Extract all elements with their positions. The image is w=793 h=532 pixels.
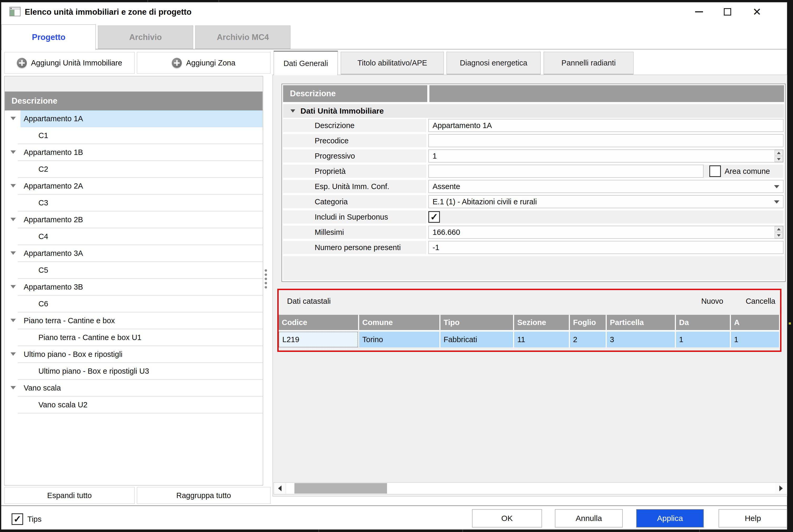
chevron-down-icon[interactable] [11,117,16,120]
main-tab-archivio-mc4[interactable]: Archivio MC4 [195,25,291,49]
chevron-down-icon[interactable] [11,218,16,221]
scroll-left-button[interactable] [274,482,286,494]
table-cell-da[interactable]: 1 [676,331,730,347]
property-label: Progressivo [283,149,426,163]
main-tab-archivio[interactable]: Archivio [98,25,193,49]
tree-item[interactable]: Piano terra - Cantine e box U1 [5,329,262,346]
tree-column-header[interactable]: Descrizione [5,92,262,111]
collapse-all-button[interactable]: Raggruppa tutto [137,487,271,504]
add-unit-button[interactable]: Aggiungi Unità Immobiliare [4,52,135,74]
tree-item[interactable]: C6 [5,296,262,312]
splitter-handle[interactable] [265,278,267,280]
tree-item[interactable]: Vano scala [5,380,262,397]
table-cell-foglio[interactable]: 2 [570,331,606,347]
chevron-down-icon[interactable] [774,201,779,204]
table-cell-tipo[interactable]: Fabbricati [440,331,513,347]
value-field-precodice[interactable] [428,134,783,147]
tree-item[interactable]: C4 [5,228,262,245]
catastali-section: Dati catastali Nuovo Cancella CodiceComu… [277,289,781,352]
tree-item[interactable]: C2 [5,161,262,178]
dropdown-categoria[interactable]: E.1 (1) - Abitazioni civili e rurali [428,195,783,208]
chevron-down-icon[interactable] [11,251,16,255]
expand-all-button[interactable]: Espandi tutto [4,487,135,504]
minimize-button[interactable] [689,4,709,19]
column-header-comune[interactable]: Comune [359,315,439,330]
table-cell-sezione[interactable]: 11 [514,331,569,347]
ok-button[interactable]: OK [472,509,542,528]
detail-tab-diagnosi-energetica[interactable]: Diagnosi energetica [446,52,541,74]
scroll-right-button[interactable] [775,482,787,494]
column-header-codice[interactable]: Codice [279,315,358,330]
detail-tab-pannelli-radianti[interactable]: Pannelli radianti [543,52,633,74]
spin-up-button[interactable] [775,226,783,232]
column-header-a[interactable]: A [731,315,779,330]
value-field-numero-persone-presenti[interactable]: -1 [428,241,783,254]
catastali-delete-button[interactable]: Cancella [745,297,775,306]
checkbox-area-comune[interactable] [709,166,721,177]
tree-item[interactable]: Appartamento 1B [5,144,262,161]
tree-item[interactable]: Appartamento 3A [5,245,262,262]
apply-button[interactable]: Applica [636,509,704,528]
add-unit-label: Aggiungi Unità Immobiliare [31,59,122,67]
tree-item[interactable]: Vano scala U2 [5,397,262,413]
scroll-thumb[interactable] [294,483,387,494]
dropdown-esp-unit-imm-conf[interactable]: Assente [428,180,783,193]
chevron-down-icon[interactable] [11,285,16,288]
spin-up-button[interactable] [775,150,783,156]
spin-down-button[interactable] [775,232,783,238]
value-field-millesimi[interactable]: 166.660 [428,226,783,239]
table-cell-a[interactable]: 1 [731,331,779,347]
column-header-tipo[interactable]: Tipo [440,315,513,330]
tree-item[interactable]: Appartamento 2A [5,178,262,195]
tree-item[interactable]: Ultimo piano - Box e ripostigli [5,346,262,363]
spin-down-button[interactable] [775,156,783,162]
table-cell-codice[interactable]: L219 [279,331,358,347]
column-header-sezione[interactable]: Sezione [514,315,569,330]
value-field-propriet[interactable] [428,165,703,178]
chevron-down-icon[interactable] [11,150,16,154]
property-grid-header[interactable]: Descrizione [283,85,427,102]
help-button[interactable]: Help [719,509,787,528]
tree-item[interactable]: C5 [5,262,262,279]
column-header-da[interactable]: Da [676,315,730,330]
add-zone-button[interactable]: Aggiungi Zona [137,52,271,74]
app-icon [10,7,20,16]
maximize-button[interactable] [718,4,737,19]
catastali-new-button[interactable]: Nuovo [701,297,723,306]
tree-item[interactable]: Appartamento 3B [5,279,262,296]
chevron-down-icon[interactable] [11,319,16,322]
table-cell-comune[interactable]: Torino [359,331,439,347]
tree-item-label: Appartamento 2A [24,178,83,194]
catastali-table: CodiceComuneTipoSezioneFoglioParticellaD… [279,315,780,347]
horizontal-scrollbar[interactable] [274,482,787,494]
cancel-button[interactable]: Annulla [555,509,623,528]
tree-item[interactable]: Ultimo piano - Box e ripostigli U3 [5,363,262,380]
table-cell-particella[interactable]: 3 [607,331,675,347]
chevron-down-icon[interactable] [11,184,16,188]
close-button[interactable]: ✕ [747,4,767,19]
tree-item[interactable]: C1 [5,127,262,144]
splitter-handle[interactable] [265,273,267,276]
column-header-particella[interactable]: Particella [607,315,675,330]
detail-tab-dati-generali[interactable]: Dati Generali [274,51,338,75]
main-tab-progetto[interactable]: Progetto [2,24,96,50]
tree-item[interactable]: Appartamento 2B [5,211,262,228]
splitter-handle[interactable] [265,286,267,288]
chevron-down-icon[interactable] [11,353,16,356]
tips-checkbox[interactable]: ✓ [12,513,23,525]
chevron-down-icon[interactable] [11,386,16,390]
property-grid: Descrizione Dati Unità Immobiliare Descr… [281,83,786,282]
tree-item[interactable]: C3 [5,195,262,211]
value-field-progressivo[interactable]: 1 [428,149,783,163]
property-label: Proprietà [283,165,426,178]
tree-item-selected[interactable]: Appartamento 1A [5,111,262,127]
chevron-down-icon[interactable] [774,185,779,188]
property-group-row[interactable]: Dati Unità Immobiliare [283,104,784,118]
tree-item[interactable]: Piano terra - Cantine e box [5,312,262,329]
detail-tab-titolo-abilitativo-ape[interactable]: Titolo abilitativo/APE [341,52,444,74]
checkbox-includi-in-superbonus[interactable]: ✓ [428,211,440,223]
splitter-handle[interactable] [265,269,267,272]
value-field-descrizione[interactable]: Appartamento 1A [428,119,783,132]
splitter-handle[interactable] [265,282,267,284]
column-header-foglio[interactable]: Foglio [570,315,606,330]
